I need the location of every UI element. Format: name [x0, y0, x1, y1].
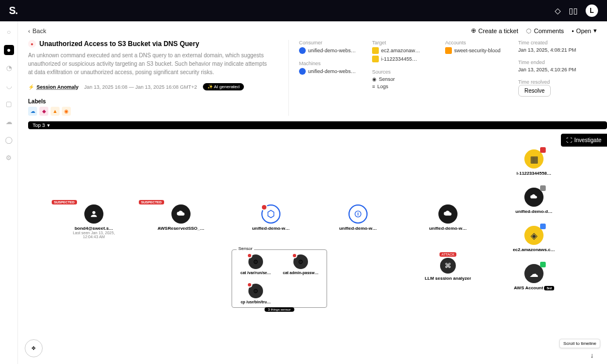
- sensor-icon: ◉: [372, 76, 377, 82]
- alert-dot-icon: [247, 253, 252, 258]
- issue-summary: ● Unauthorized Access to S3 Bucket via D…: [28, 40, 278, 116]
- chevron-down-icon: ▾: [594, 27, 597, 34]
- issue-description: An unknown command executed and sent a D…: [28, 51, 270, 76]
- graph-node-svc2[interactable]: unified-demo-w…: [333, 204, 383, 231]
- aws-account-icon: ☁: [524, 264, 543, 283]
- time-ended-label: Time ended: [518, 60, 597, 65]
- instance-icon: ▦: [524, 149, 543, 169]
- top-filter-pill[interactable]: Top 3 ▾: [28, 121, 607, 129]
- status-dropdown[interactable]: • Open ▾: [572, 27, 597, 34]
- graph-node-ec2[interactable]: ◈ ec2.amazonaws.c…: [509, 226, 559, 252]
- sidebar-thumbs-icon[interactable]: ◡: [4, 81, 14, 91]
- sources-value-2: ≡Logs: [372, 84, 434, 89]
- logo: S.: [9, 5, 17, 17]
- sensor-node-2[interactable]: ⚙ cat admin-passw…: [283, 254, 319, 275]
- label-icon-4[interactable]: ◉: [62, 107, 71, 116]
- ec2-icon: [372, 47, 379, 54]
- graph-node-account[interactable]: ☁ AWS Account3rd: [509, 264, 559, 290]
- scroll-down-icon[interactable]: ↓: [590, 352, 594, 360]
- graph-node-llm[interactable]: ATTACK ⌘ LLM session analyzer: [423, 252, 473, 281]
- gear-icon: ⚙: [248, 284, 263, 298]
- accounts-value[interactable]: sweet-security-blood: [445, 47, 507, 54]
- graph-canvas[interactable]: ⛶ Investigate SUSPECTED bond4@sweet.s…: [18, 131, 607, 364]
- sources-value-1: ◉Sensor: [372, 76, 434, 82]
- sensor-footer-pill[interactable]: 3 things sensor: [265, 307, 295, 312]
- pan-compass[interactable]: ✥: [25, 339, 43, 357]
- book-icon[interactable]: ▯▯: [569, 6, 578, 15]
- sensor-title: Sensor: [237, 246, 254, 251]
- aws-icon: [445, 47, 452, 54]
- machines-label: Machines: [299, 61, 361, 66]
- node-label: AWSReservedSSO_…: [157, 226, 205, 231]
- graph-node-svc3[interactable]: unified-demo-w…: [423, 204, 473, 231]
- sidebar-box-icon[interactable]: ▢: [4, 99, 14, 109]
- topbar: S. ◇ ▯▯ L: [0, 0, 607, 21]
- avatar[interactable]: L: [586, 4, 598, 17]
- resolve-button[interactable]: Resolve: [518, 85, 551, 97]
- cube-icon: [299, 47, 306, 54]
- hex-icon: [261, 204, 280, 224]
- label-icons: ☁ ◆ ▲ ◉: [28, 107, 278, 116]
- graph-node-pod[interactable]: unified-demo-d…: [509, 188, 559, 214]
- consumer-value[interactable]: unified-demo-webs…: [299, 47, 361, 54]
- suspected-tag: SUSPECTED: [52, 200, 77, 204]
- top-filter-label: Top 3: [33, 122, 45, 128]
- label-icon-2[interactable]: ◆: [39, 107, 48, 116]
- sidebar-issues-icon[interactable]: ●: [4, 45, 14, 55]
- severity-icon: ●: [28, 40, 36, 48]
- sidebar-shield-icon[interactable]: ◔: [4, 63, 14, 73]
- node-label: unified-demo-d…: [515, 209, 552, 214]
- cube-icon: [299, 68, 306, 75]
- brain-icon: ⌘: [440, 258, 456, 274]
- labels-title: Labels: [28, 98, 278, 104]
- mini-icon: [540, 224, 546, 229]
- node-label: unified-demo-w…: [429, 226, 466, 231]
- create-ticket-label: Create a ticket: [478, 28, 518, 34]
- sensor-cmd-label: cp /usr/bin/tru…: [241, 300, 271, 304]
- graph-node-svc1[interactable]: unified-demo-w…: [246, 204, 296, 231]
- cloud-icon: [438, 204, 457, 224]
- sensor-node-3[interactable]: ⚙ cp /usr/bin/tru…: [238, 284, 274, 304]
- topbar-actions: ◇ ▯▯ L: [555, 4, 598, 17]
- graph-node-instance[interactable]: ▦ i-11223344558…: [509, 149, 559, 176]
- flame-icon[interactable]: ◇: [555, 6, 561, 15]
- sidebar-settings-icon[interactable]: ⚙: [4, 153, 14, 163]
- target-value-2[interactable]: i-1122334455…: [372, 56, 434, 62]
- investigate-label: Investigate: [574, 137, 601, 143]
- consumer-label: Consumer: [299, 40, 361, 46]
- attack-tag: ATTACK: [440, 252, 457, 257]
- cloud-icon: [171, 204, 191, 224]
- time-ended-value: Jan 13, 2025, 4:10:26 PM: [518, 67, 597, 72]
- machines-value[interactable]: unified-demo-webs…: [299, 68, 361, 75]
- scroll-hint[interactable]: Scroll to timeline: [559, 339, 600, 348]
- sensor-node-1[interactable]: ⚙ cat /var/run/se…: [238, 254, 274, 275]
- graph-node-user[interactable]: SUSPECTED bond4@sweet.s… Last seen Jan 1…: [69, 204, 119, 239]
- sidebar-cloud-icon[interactable]: ☁: [4, 117, 14, 127]
- time-created-value: Jan 13, 2025, 4:08:21 PM: [518, 47, 597, 53]
- label-icon-1[interactable]: ☁: [28, 107, 37, 116]
- create-ticket-button[interactable]: ⊕ Create a ticket: [471, 27, 518, 34]
- target-value-1[interactable]: ec2.amazonaw…: [372, 47, 434, 54]
- logs-icon: ≡: [372, 84, 375, 89]
- alert-dot-icon: [261, 204, 268, 211]
- svg-point-0: [92, 211, 95, 214]
- sidebar-users-icon[interactable]: ◯: [4, 135, 14, 145]
- alert-dot-icon: [247, 282, 252, 288]
- gear-icon: ⚙: [293, 254, 308, 269]
- sidebar-home-icon[interactable]: ○: [4, 27, 14, 37]
- instance-icon: [372, 56, 379, 62]
- comments-button[interactable]: ◌ Comments: [526, 27, 564, 34]
- node-sublabel: Last seen Jan 13, 2025, 12:04:43 AM: [69, 231, 119, 239]
- gear-icon: ⚙: [248, 254, 263, 269]
- third-party-pill: 3rd: [544, 286, 554, 290]
- label-icon-3[interactable]: ▲: [51, 107, 60, 116]
- node-label: bond4@sweet.s…: [75, 226, 114, 231]
- investigate-button[interactable]: ⛶ Investigate: [561, 134, 607, 147]
- labels-section: Labels ☁ ◆ ▲ ◉: [28, 98, 278, 116]
- node-label: LLM session analyzer: [425, 276, 472, 281]
- back-button[interactable]: ‹ Back: [28, 28, 46, 34]
- anomaly-badge[interactable]: ⚡ Session Anomaly: [28, 84, 79, 90]
- graph-node-role[interactable]: SUSPECTED AWSReservedSSO_…: [156, 204, 206, 231]
- issue-title: Unauthorized Access to S3 Bucket via DNS…: [39, 40, 199, 48]
- time-resolved-label: Time resolved: [518, 79, 597, 85]
